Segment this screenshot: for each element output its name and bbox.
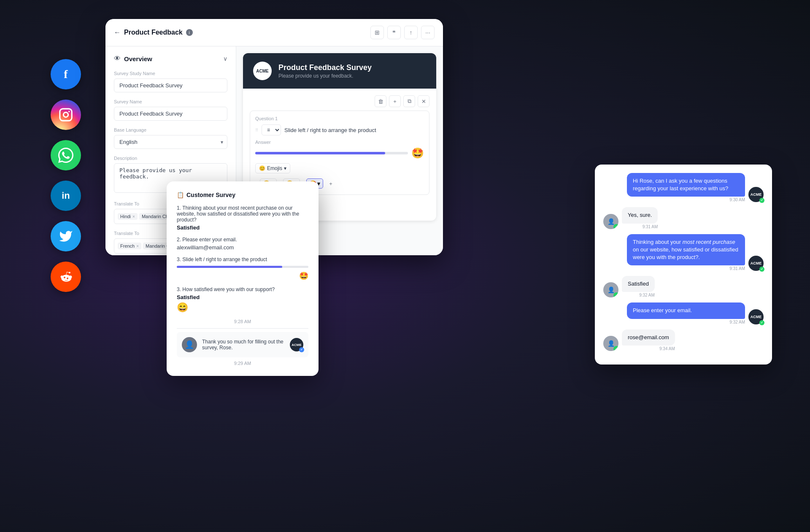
copy-question-btn[interactable]: ⧉ [403,95,415,107]
wa-check-2: ✓ [759,267,764,272]
study-name-input[interactable] [114,78,227,92]
reddit-icon[interactable] [51,262,81,292]
chat-time-2: 9:31 AM [622,224,658,229]
linkedin-icon[interactable]: in [51,181,81,211]
study-name-label: Survey Study Name [114,71,227,76]
acme-chat-badge-2: ACME ✓ [748,256,764,271]
cs-time-2: 9:29 AM [177,361,308,366]
cs-question-3: 3. Slide left / right to arrange the pro… [177,257,308,281]
q1-answer: Satisfied [177,224,308,231]
cs-q-3-text: 3. Slide left / right to arrange the pro… [177,257,308,262]
chat-msg-2: 👤 ✓ Yes, sure. 9:31 AM [603,207,764,229]
slider-emoji: 🤩 [411,147,424,159]
answer-label: Answer [255,140,424,145]
wa-badge-1: ✓ [613,224,618,229]
survey-icon: 📋 [177,192,184,198]
q4-answer: Satisfied [177,294,308,300]
emojis-select-btn[interactable]: 😊 Emojis ▾ [255,163,290,173]
question-text-input[interactable] [284,127,424,133]
user-avatar: 👤 [182,337,197,352]
overview-chevron[interactable]: ∨ [223,55,227,62]
instagram-icon[interactable] [51,100,81,130]
slider-track[interactable] [255,152,408,154]
cs-emoji-row: 😄 [177,302,308,313]
user-chat-avatar-3: 👤 ✓ [603,336,618,351]
survey-name-input[interactable] [114,107,227,121]
back-button[interactable]: ← [114,29,121,36]
drag-handle-icon[interactable]: ⠿ [255,128,258,132]
acme-chat-badge-3: ACME ✓ [748,309,764,324]
acme-chat-badge-1: ACME ✓ [748,187,764,202]
base-language-label: Base Language [114,127,227,132]
info-button[interactable]: i [186,29,193,36]
user-chat-avatar-2: 👤 ✓ [603,282,618,297]
chat-msg-6: 👤 ✓ rose@email.com 9:34 AM [603,329,764,351]
customer-survey-card: 📋 Customer Survey 1. Thinking about your… [167,181,319,376]
more-options-button[interactable]: ··· [421,26,435,39]
whatsapp-icon[interactable] [51,140,81,170]
page-title: Product Feedback [124,29,183,36]
question-toolbar: 🗑 + ⧉ ✕ [250,95,429,107]
add-emoji-btn[interactable]: + [325,178,337,189]
overview-title: Overview [124,55,152,62]
delete-question-btn[interactable]: 🗑 [375,95,386,107]
chat-msg-3: ACME ✓ Thinking about your most recent p… [603,234,764,271]
survey-title-block: Product Feedback Survey Please provide u… [278,63,426,79]
wa-check-1: ✓ [759,198,764,203]
chat-bubble-2: Yes, sure. [622,207,658,223]
twitter-icon[interactable] [51,221,81,251]
slider-container: 🤩 [255,147,424,159]
facebook-icon[interactable]: f [51,59,81,89]
svg-rect-0 [60,109,72,121]
overview-header: 👁 Overview ∨ [114,55,227,62]
chat-bubble-3: Thinking about your most recent purchase… [627,234,745,266]
chat-msg-5: ACME ✓ Please enter your email. 9:32 AM [603,302,764,324]
chat-time-5: 9:32 AM [627,320,745,324]
svg-point-2 [68,111,70,112]
whatsapp-chat-card: ACME ✓ Hi Rose, can I ask you a few ques… [595,165,772,365]
remove-hindi[interactable]: × [132,214,135,219]
app-header: ← Product Feedback i ⊞ ❝ ↑ ··· [105,19,443,46]
cs-question-1: 1. Thinking about your most recent purch… [177,205,308,231]
wa-badge-2: ✓ [613,292,618,297]
chat-time-6: 9:34 AM [622,346,675,351]
slider-fill [255,152,385,154]
survey-subtitle: Please provide us your feedback. [278,73,426,79]
chat-time-3: 9:31 AM [627,266,745,271]
header-left: ← Product Feedback i [114,29,193,36]
satisfied-emoji: 😄 [177,302,188,313]
base-language-group: Base Language English ▾ [114,127,227,149]
overview-title-group: 👁 Overview [114,55,152,62]
chat-time-4: 9:32 AM [622,293,655,297]
chat-msg-1: ACME ✓ Hi Rose, can I ask you a few ques… [603,173,764,202]
header-actions: ⊞ ❝ ↑ ··· [370,26,435,39]
social-icons-list: f in [51,59,81,292]
question-type-select[interactable]: ≡ [262,124,281,135]
quote-button[interactable]: ❝ [387,26,401,39]
upload-button[interactable]: ↑ [404,26,418,39]
eye-icon: 👁 [114,55,121,62]
cs-q-1-text: 1. Thinking about your most recent purch… [177,205,308,223]
chat-msg-4: 👤 ✓ Satisfied 9:32 AM [603,276,764,297]
question-1-label: Question 1 [255,116,424,121]
wa-badge-3: ✓ [613,346,618,351]
cs-question-4: 3. How satisfied were you with our suppo… [177,286,308,313]
svg-point-1 [63,112,68,117]
cs-q-4-text: 3. How satisfied were you with our suppo… [177,286,308,292]
wa-check-3: ✓ [759,320,764,325]
check-badge: ✓ [299,347,304,352]
chat-time-1: 9:30 AM [627,197,745,202]
question-1-row: ⠿ ≡ [255,124,424,135]
chat-bubble-6: rose@email.com [622,329,675,346]
cs-time-1: 9:28 AM [177,319,308,324]
grid-view-button[interactable]: ⊞ [370,26,384,39]
trash-question-btn[interactable]: ✕ [418,95,429,107]
emojis-chevron-icon: ▾ [284,165,286,171]
q1-text: Thinking about your most recent purchase… [177,205,299,223]
face-icon: 😊 [259,165,265,171]
cs-q-2-text: 2. Please enter your email. [177,237,308,243]
remove-french-2[interactable]: × [136,244,139,248]
chat-bubble-4: Satisfied [622,276,655,292]
base-language-select[interactable]: English [114,135,227,149]
add-question-toolbar-btn[interactable]: + [389,95,401,107]
